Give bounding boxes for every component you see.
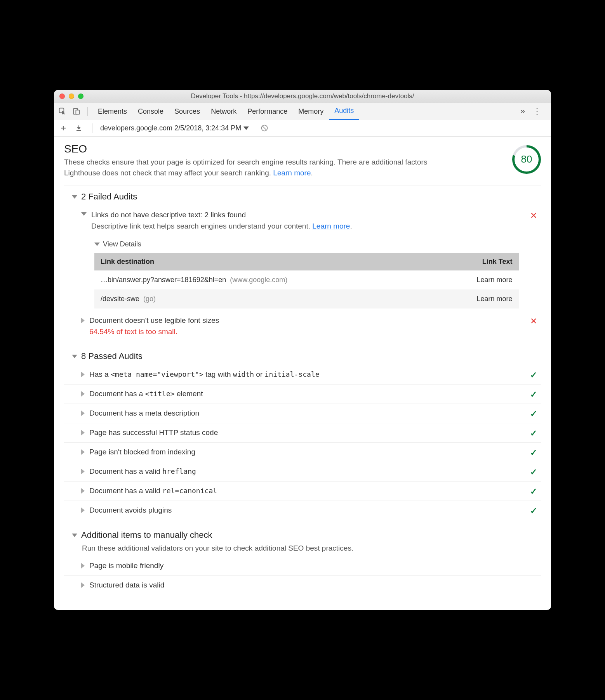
manual-audit-item[interactable]: Structured data is valid xyxy=(64,575,541,595)
link-details-table: Link destinationLink Text…bin/answer.py?… xyxy=(94,253,519,308)
manual-audits-header[interactable]: Additional items to manually check xyxy=(72,530,541,540)
fail-icon: ✕ xyxy=(529,211,538,221)
audit-title: Document has a valid hreflang xyxy=(89,466,525,477)
audit-description: Descriptive link text helps search engin… xyxy=(91,221,525,232)
audit-title: Document has a valid rel=canonical xyxy=(89,485,525,497)
chevron-right-icon xyxy=(81,469,85,474)
chevron-right-icon xyxy=(81,372,85,377)
failed-audit-item[interactable]: Document doesn't use legible font sizes6… xyxy=(64,311,541,341)
passed-audit-item[interactable]: Document has a valid rel=canonical✓ xyxy=(64,481,541,501)
more-tabs-icon[interactable]: » xyxy=(520,106,525,116)
pass-icon: ✓ xyxy=(529,487,538,497)
passed-audit-item[interactable]: Document has a valid hreflang✓ xyxy=(64,462,541,481)
passed-audit-item[interactable]: Document avoids plugins✓ xyxy=(64,501,541,520)
passed-audit-item[interactable]: Page isn't blocked from indexing✓ xyxy=(64,442,541,462)
audit-title: Document has a meta description xyxy=(89,408,525,419)
table-row: …bin/answer.py?answer=181692&hl=en (www.… xyxy=(94,270,519,289)
score-value: 80 xyxy=(521,153,532,165)
device-toggle-icon[interactable] xyxy=(70,105,83,118)
link-text: Learn more xyxy=(436,270,519,289)
chevron-right-icon xyxy=(81,449,85,455)
passed-audit-item[interactable]: Page has successful HTTP status code✓ xyxy=(64,423,541,442)
failed-audit-item[interactable]: Links do not have descriptive text: 2 li… xyxy=(64,206,541,236)
table-row: /devsite-swe (go)Learn more xyxy=(94,289,519,308)
download-icon[interactable] xyxy=(73,123,84,133)
pass-icon: ✓ xyxy=(529,506,538,516)
col-link-text: Link Text xyxy=(436,253,519,270)
audit-run-label: developers.google.com 2/5/2018, 3:24:34 … xyxy=(100,124,241,132)
chevron-down-icon xyxy=(72,355,77,358)
minimize-window-button[interactable] xyxy=(69,94,74,99)
tab-sources[interactable]: Sources xyxy=(169,103,205,120)
inspect-element-icon[interactable] xyxy=(56,105,69,118)
tab-memory[interactable]: Memory xyxy=(293,103,329,120)
svg-rect-2 xyxy=(76,110,79,114)
window-controls xyxy=(59,94,83,99)
link-host: (go) xyxy=(143,295,156,303)
audit-details: View DetailsLink destinationLink Text…bi… xyxy=(94,240,541,308)
chevron-right-icon xyxy=(81,563,85,568)
pass-icon: ✓ xyxy=(529,370,538,380)
link-text: Learn more xyxy=(436,289,519,308)
audit-title: Document avoids plugins xyxy=(89,505,525,516)
chevron-down-icon xyxy=(72,195,77,199)
audit-title: Page has successful HTTP status code xyxy=(89,427,525,438)
chevron-right-icon xyxy=(81,391,85,397)
audit-title: Document has a <title> element xyxy=(89,388,525,400)
chevron-right-icon xyxy=(81,508,85,513)
devtools-window: Developer Tools - https://developers.goo… xyxy=(54,90,551,610)
audit-title: Document doesn't use legible font sizes xyxy=(89,315,525,326)
pass-icon: ✓ xyxy=(529,448,538,458)
manual-audit-item[interactable]: Page is mobile friendly xyxy=(64,556,541,575)
link-host: (www.google.com) xyxy=(230,276,287,284)
category-description: These checks ensure that your page is op… xyxy=(64,157,460,178)
pass-icon: ✓ xyxy=(529,390,538,400)
zoom-window-button[interactable] xyxy=(78,94,83,99)
chevron-right-icon xyxy=(81,488,85,494)
fail-icon: ✕ xyxy=(529,316,538,326)
divider xyxy=(92,123,92,133)
pass-icon: ✓ xyxy=(529,467,538,477)
new-audit-icon[interactable] xyxy=(58,123,69,133)
chevron-right-icon xyxy=(81,582,85,588)
link-destination: …bin/answer.py?answer=181692&hl=en xyxy=(101,276,226,284)
manual-description: Run these additional validators on your … xyxy=(82,544,541,553)
audit-title: Page is mobile friendly xyxy=(89,560,538,572)
chevron-right-icon xyxy=(81,411,85,416)
kebab-menu-icon[interactable]: ⋮ xyxy=(533,106,542,116)
audit-title: Page isn't blocked from indexing xyxy=(89,447,525,458)
passed-audits-header[interactable]: 8 Passed Audits xyxy=(72,351,541,361)
chevron-right-icon xyxy=(81,318,85,323)
chevron-right-icon xyxy=(81,430,85,435)
passed-audit-item[interactable]: Document has a <title> element✓ xyxy=(64,384,541,404)
learn-more-link[interactable]: Learn more xyxy=(273,169,311,177)
chevron-down-icon xyxy=(72,534,77,537)
tab-console[interactable]: Console xyxy=(132,103,169,120)
category-heading: SEO xyxy=(64,143,460,155)
tab-performance[interactable]: Performance xyxy=(242,103,293,120)
devtools-tabbar: ElementsConsoleSourcesNetworkPerformance… xyxy=(54,103,551,120)
audit-title: Structured data is valid xyxy=(89,580,538,591)
passed-audit-item[interactable]: Document has a meta description✓ xyxy=(64,404,541,423)
audit-run-selector[interactable]: developers.google.com 2/5/2018, 3:24:34 … xyxy=(100,124,249,132)
audit-title: Has a <meta name="viewport"> tag with wi… xyxy=(89,369,525,380)
tab-audits[interactable]: Audits xyxy=(329,103,359,120)
pass-icon: ✓ xyxy=(529,428,538,438)
link-destination: /devsite-swe xyxy=(101,295,139,303)
pass-icon: ✓ xyxy=(529,409,538,419)
learn-more-link[interactable]: Learn more xyxy=(312,222,350,230)
passed-audit-item[interactable]: Has a <meta name="viewport"> tag with wi… xyxy=(64,365,541,384)
divider xyxy=(87,107,88,116)
audits-content: SEO These checks ensure that your page i… xyxy=(54,137,551,610)
audits-toolbar: developers.google.com 2/5/2018, 3:24:34 … xyxy=(54,120,551,137)
clear-icon[interactable] xyxy=(259,123,270,133)
tab-network[interactable]: Network xyxy=(205,103,242,120)
view-details-toggle[interactable]: View Details xyxy=(94,240,541,248)
score-gauge: 80 xyxy=(512,145,541,174)
audit-title: Links do not have descriptive text: 2 li… xyxy=(91,210,525,221)
close-window-button[interactable] xyxy=(59,94,65,99)
failed-audits-header[interactable]: 2 Failed Audits xyxy=(72,192,541,202)
chevron-down-icon xyxy=(81,212,87,216)
titlebar: Developer Tools - https://developers.goo… xyxy=(54,90,551,103)
tab-elements[interactable]: Elements xyxy=(92,103,132,120)
